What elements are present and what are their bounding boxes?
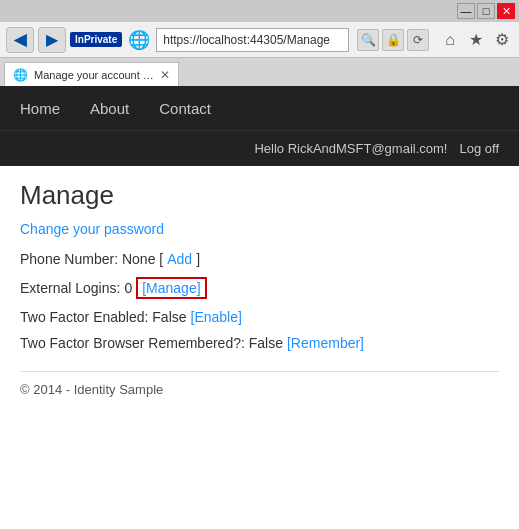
phone-row: Phone Number: None [Add]	[20, 251, 499, 267]
tab-close-button[interactable]: ✕	[160, 68, 170, 82]
nav-about[interactable]: About	[90, 100, 129, 117]
close-button[interactable]: ✕	[497, 3, 515, 19]
inprivate-badge: InPrivate	[70, 32, 122, 47]
nav-links: Home About Contact	[20, 100, 211, 117]
settings-button[interactable]: ⚙	[491, 29, 513, 51]
url-input[interactable]: https://localhost:44305/Manage	[156, 28, 349, 52]
page-content: Manage Change your password Phone Number…	[0, 166, 519, 397]
forward-button[interactable]: ▶	[38, 27, 66, 53]
minimize-button[interactable]: —	[457, 3, 475, 19]
external-logins-row: External Logins: 0 [Manage]	[20, 277, 499, 299]
address-bar: ◀ ▶ InPrivate 🌐 https://localhost:44305/…	[0, 22, 519, 58]
twofactor-label: Two Factor Enabled: False	[20, 309, 187, 325]
tab-favicon: 🌐	[13, 68, 28, 82]
maximize-button[interactable]: □	[477, 3, 495, 19]
tab-bar: 🌐 Manage your account - Ide... ✕	[0, 58, 519, 86]
logoff-link[interactable]: Log off	[459, 141, 499, 156]
tab-title: Manage your account - Ide...	[34, 69, 154, 81]
favorites-button[interactable]: ★	[465, 29, 487, 51]
page-title: Manage	[20, 180, 499, 211]
browser-tab[interactable]: 🌐 Manage your account - Ide... ✕	[4, 62, 179, 86]
search-button[interactable]: 🔍	[357, 29, 379, 51]
back-button[interactable]: ◀	[6, 27, 34, 53]
twofactor-row: Two Factor Enabled: False [Enable]	[20, 309, 499, 325]
user-greeting: Hello RickAndMSFT@gmail.com!	[254, 141, 447, 156]
home-button[interactable]: ⌂	[439, 29, 461, 51]
phone-add-link[interactable]: Add	[167, 251, 192, 267]
twofactor-browser-label: Two Factor Browser Remembered?: False	[20, 335, 283, 351]
twofactor-browser-row: Two Factor Browser Remembered?: False [R…	[20, 335, 499, 351]
external-count: 0	[124, 280, 132, 296]
nav-home[interactable]: Home	[20, 100, 60, 117]
phone-end: ]	[196, 251, 200, 267]
lock-icon: 🔒	[382, 29, 404, 51]
user-bar: Hello RickAndMSFT@gmail.com! Log off	[0, 130, 519, 166]
external-manage-link[interactable]: [Manage]	[136, 277, 206, 299]
ie-icon: 🌐	[128, 29, 150, 51]
external-label: External Logins:	[20, 280, 120, 296]
title-bar: — □ ✕	[0, 0, 519, 22]
footer-divider	[20, 371, 499, 372]
remember-link[interactable]: [Remember]	[287, 335, 364, 351]
change-password-link[interactable]: Change your password	[20, 221, 499, 237]
refresh-button[interactable]: ⟳	[407, 29, 429, 51]
phone-label: Phone Number: None [	[20, 251, 163, 267]
nav-contact[interactable]: Contact	[159, 100, 211, 117]
site-nav: Home About Contact	[0, 86, 519, 130]
footer-text: © 2014 - Identity Sample	[20, 382, 499, 397]
enable-link[interactable]: [Enable]	[191, 309, 242, 325]
